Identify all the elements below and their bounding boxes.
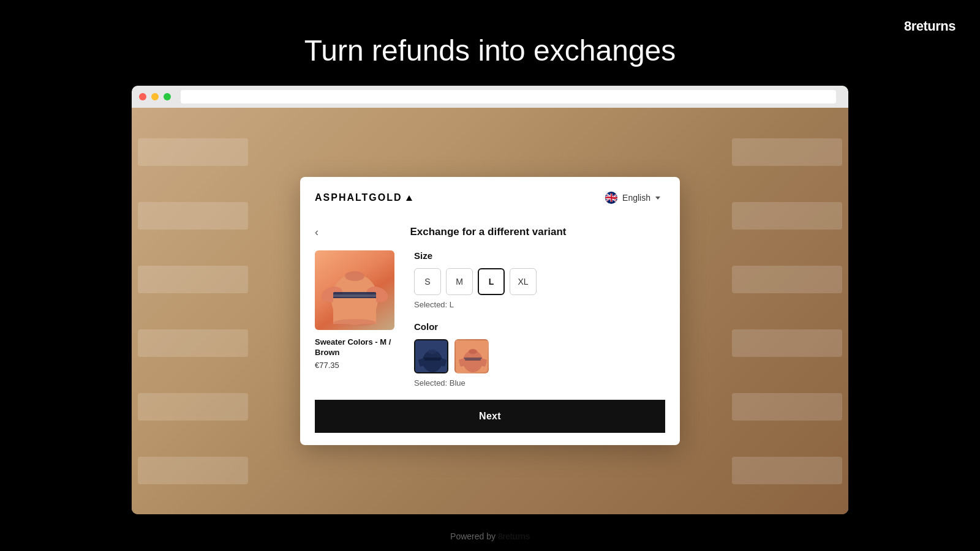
svg-point-7 [333, 319, 376, 326]
modal-header: ASPHALTGOLD English [300, 177, 680, 216]
hero-title: Turn refunds into exchanges [0, 34, 980, 67]
modal: ASPHALTGOLD English ‹ Exchange for a dif… [300, 177, 680, 445]
svg-point-10 [428, 349, 437, 354]
size-btn-m[interactable]: M [446, 268, 473, 295]
language-selector[interactable]: English [600, 189, 665, 206]
modal-logo: ASPHALTGOLD [315, 192, 412, 203]
modal-footer: Next [315, 400, 665, 433]
browser-window: ASPHALTGOLD English ‹ Exchange for a dif… [132, 86, 848, 514]
logo-triangle-icon [406, 195, 412, 201]
color-section: Color [414, 321, 665, 388]
product-area: Sweater Colors - M / Brown €77.35 Size S… [315, 250, 665, 388]
brand-logo: 8returns [904, 18, 956, 34]
modal-body: ‹ Exchange for a different variant [300, 216, 680, 445]
language-label: English [622, 193, 650, 203]
color-swatch-blue[interactable] [414, 339, 448, 373]
modal-nav: ‹ Exchange for a different variant [315, 226, 665, 238]
size-btn-s[interactable]: S [414, 268, 441, 295]
powered-by-footer: Powered by 8returns [0, 531, 980, 541]
size-label: Size [414, 250, 665, 261]
back-button[interactable]: ‹ [315, 227, 318, 238]
svg-point-1 [345, 271, 364, 281]
product-right: Size S M L XL Selected: L Color [414, 250, 665, 388]
color-swatches [414, 339, 665, 373]
browser-url-bar [181, 90, 836, 103]
footer-logo: 8returns [498, 531, 530, 541]
size-buttons: S M L XL [414, 268, 665, 295]
browser-chrome [132, 86, 848, 108]
next-button[interactable]: Next [315, 400, 665, 433]
svg-rect-17 [464, 358, 482, 361]
product-name: Sweater Colors - M / Brown [315, 337, 394, 358]
svg-rect-5 [333, 294, 376, 297]
browser-dot-red [139, 93, 146, 100]
color-label: Color [414, 321, 665, 332]
browser-content: ASPHALTGOLD English ‹ Exchange for a dif… [132, 108, 848, 514]
svg-rect-11 [423, 358, 442, 361]
svg-point-16 [469, 349, 477, 354]
flag-icon [605, 192, 617, 204]
modal-title: Exchange for a different variant [326, 226, 650, 238]
browser-dot-yellow [151, 93, 159, 100]
product-left: Sweater Colors - M / Brown €77.35 [315, 250, 394, 370]
size-btn-l[interactable]: L [478, 268, 505, 295]
color-selected-label: Selected: Blue [414, 378, 665, 388]
size-btn-xl[interactable]: XL [510, 268, 537, 295]
chevron-down-icon [655, 197, 660, 200]
size-selected-label: Selected: L [414, 300, 665, 309]
product-image [315, 250, 394, 330]
browser-dot-green [164, 93, 171, 100]
product-price: €77.35 [315, 361, 394, 370]
color-swatch-brown[interactable] [454, 339, 489, 373]
